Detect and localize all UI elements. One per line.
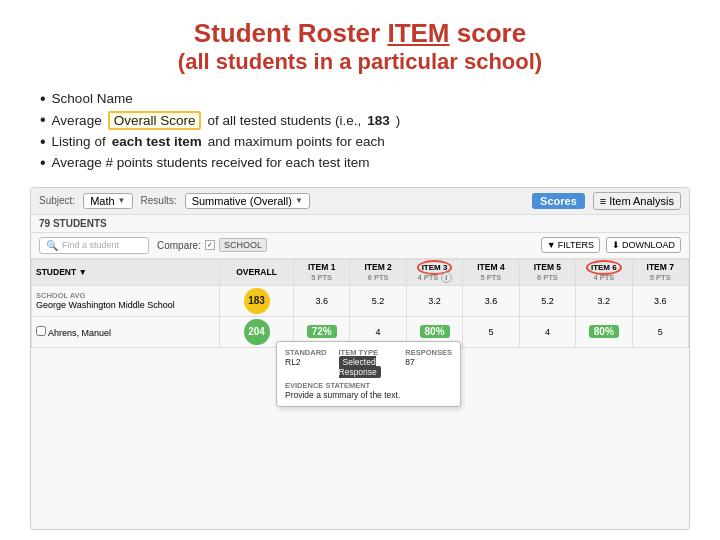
- school-avg-label: SCHOOL AVG: [36, 291, 215, 300]
- table-header-row: STUDENT ▼ OVERALL ITEM 1 5 PTS ITEM 2 6 …: [32, 259, 689, 285]
- student-checkbox[interactable]: [36, 326, 46, 336]
- student-overall-score: 204: [244, 319, 270, 345]
- tooltip-standard-label: STANDARD: [285, 348, 327, 357]
- table-wrapper: STUDENT ▼ OVERALL ITEM 1 5 PTS ITEM 2 6 …: [31, 259, 689, 348]
- bullet-3: Listing of each test item and maximum po…: [40, 133, 690, 151]
- filters-button[interactable]: ▼ FILTERS: [541, 237, 600, 253]
- bullet-list: School Name Average Overall Score of all…: [30, 90, 690, 175]
- title-line2: (all students in a particular school): [30, 49, 690, 75]
- screenshot-container: Subject: Math ▼ Results: Summative (Over…: [30, 187, 690, 530]
- bullet-3-pre: Listing of: [52, 134, 106, 149]
- bullet-2-bold: 183: [367, 113, 390, 128]
- student-item7: 5: [632, 316, 688, 347]
- find-student-search[interactable]: 🔍 Find a student: [39, 237, 149, 254]
- results-label: Results:: [141, 195, 177, 206]
- school-avg-item2: 5.2: [350, 285, 406, 316]
- data-table: STUDENT ▼ OVERALL ITEM 1 5 PTS ITEM 2 6 …: [31, 259, 689, 348]
- tooltip-evidence-label: EVIDENCE STATEMENT: [285, 381, 452, 390]
- school-avg-student-cell: SCHOOL AVG George Washington Middle Scho…: [32, 285, 220, 316]
- bullet-2-post: of all tested students (i.e.,: [207, 113, 361, 128]
- page: Student Roster ITEM score (all students …: [0, 0, 720, 540]
- school-avg-item7: 3.6: [632, 285, 688, 316]
- compare-label: Compare:: [157, 240, 201, 251]
- search-row: 🔍 Find a student Compare: ✓ SCHOOL ▼ FIL…: [31, 233, 689, 259]
- download-icon: ⬇: [612, 240, 620, 250]
- subject-arrow: ▼: [118, 196, 126, 205]
- results-filter[interactable]: Summative (Overall) ▼: [185, 193, 310, 209]
- tooltip-standard: STANDARD RL2: [285, 348, 327, 377]
- student-item1-pct: 72%: [307, 325, 337, 338]
- title-line1: Student Roster ITEM score: [30, 18, 690, 49]
- school-avg-item5: 5.2: [519, 285, 575, 316]
- item-tooltip: STANDARD RL2 ITEM TYPE Selected Response…: [276, 341, 461, 407]
- subject-value: Math: [90, 195, 114, 207]
- school-avg-name: George Washington Middle School: [36, 300, 215, 310]
- search-placeholder: Find a student: [62, 240, 119, 250]
- col-header-item3: ITEM 3 4 PTS i: [406, 259, 462, 285]
- tooltip-item-type: ITEM TYPE Selected Response: [339, 348, 394, 377]
- school-avg-item1: 3.6: [293, 285, 349, 316]
- student-item6: 80%: [576, 316, 632, 347]
- title-pre: Student Roster: [194, 18, 388, 48]
- col-header-item7: ITEM 7 5 PTS: [632, 259, 688, 285]
- student-item5: 4: [519, 316, 575, 347]
- school-label: SCHOOL: [219, 238, 267, 252]
- tooltip-top-row: STANDARD RL2 ITEM TYPE Selected Response…: [285, 348, 452, 377]
- scores-button[interactable]: Scores: [532, 193, 585, 209]
- compare-checkbox[interactable]: ✓: [205, 240, 215, 250]
- tooltip-item-type-value: Selected Response: [339, 356, 381, 378]
- bullet-4-text: Average # points students received for e…: [52, 155, 370, 170]
- student-item3-pct: 80%: [420, 325, 450, 338]
- col-header-item5: ITEM 5 6 PTS: [519, 259, 575, 285]
- col-header-item4: ITEM 4 5 PTS: [463, 259, 519, 285]
- download-label: DOWNLOAD: [622, 240, 675, 250]
- search-icon: 🔍: [46, 240, 58, 251]
- bullet-4: Average # points students received for e…: [40, 154, 690, 172]
- col-header-student: STUDENT ▼: [32, 259, 220, 285]
- subject-label: Subject:: [39, 195, 75, 206]
- student-item4: 5: [463, 316, 519, 347]
- bullet-3-post: and maximum points for each: [208, 134, 385, 149]
- bullet-2: Average Overall Score of all tested stud…: [40, 111, 690, 130]
- bullet-2-end: ): [396, 113, 401, 128]
- title-item: ITEM: [387, 18, 449, 48]
- filter-icon: ▼: [547, 240, 556, 250]
- tooltip-responses-value: 87: [405, 357, 414, 367]
- results-arrow: ▼: [295, 196, 303, 205]
- school-avg-overall-cell: 183: [220, 285, 294, 316]
- tooltip-evidence: EVIDENCE STATEMENT Provide a summary of …: [285, 381, 452, 400]
- school-avg-overall-score: 183: [244, 288, 270, 314]
- item-analysis-icon: ≡: [600, 195, 606, 207]
- filter-bar: Subject: Math ▼ Results: Summative (Over…: [31, 188, 689, 215]
- item-analysis-button[interactable]: ≡ Item Analysis: [593, 192, 681, 210]
- col-header-item2: ITEM 2 6 PTS: [350, 259, 406, 285]
- bullet-1-text: School Name: [52, 91, 133, 106]
- results-value: Summative (Overall): [192, 195, 292, 207]
- school-avg-row: SCHOOL AVG George Washington Middle Scho…: [32, 285, 689, 316]
- tooltip-responses-label: RESPONSES: [405, 348, 452, 357]
- col-header-item6: ITEM 6 4 PTS: [576, 259, 632, 285]
- item-analysis-label: Item Analysis: [609, 195, 674, 207]
- filters-label: FILTERS: [558, 240, 594, 250]
- col-header-item1: ITEM 1 5 PTS: [293, 259, 349, 285]
- school-avg-item4: 3.6: [463, 285, 519, 316]
- bullet-2-pre: Average: [52, 113, 102, 128]
- compare-section: Compare: ✓ SCHOOL: [157, 238, 267, 252]
- tooltip-evidence-value: Provide a summary of the text.: [285, 390, 400, 400]
- student-name-cell: Ahrens, Manuel: [32, 316, 220, 347]
- col-header-overall: OVERALL: [220, 259, 294, 285]
- school-avg-item3: 3.2: [406, 285, 462, 316]
- item3-info-icon[interactable]: i: [441, 272, 452, 283]
- student-name: Ahrens, Manuel: [48, 328, 111, 338]
- overall-score-highlight: Overall Score: [108, 111, 202, 130]
- subject-filter[interactable]: Math ▼: [83, 193, 132, 209]
- download-button[interactable]: ⬇ DOWNLOAD: [606, 237, 681, 253]
- student-item6-pct: 80%: [589, 325, 619, 338]
- title-section: Student Roster ITEM score (all students …: [30, 18, 690, 76]
- bullet-1: School Name: [40, 90, 690, 108]
- student-count: 79 STUDENTS: [31, 215, 689, 233]
- tooltip-responses: RESPONSES 87: [405, 348, 452, 377]
- title-post: score: [450, 18, 527, 48]
- school-avg-item6: 3.2: [576, 285, 632, 316]
- tooltip-standard-value: RL2: [285, 357, 301, 367]
